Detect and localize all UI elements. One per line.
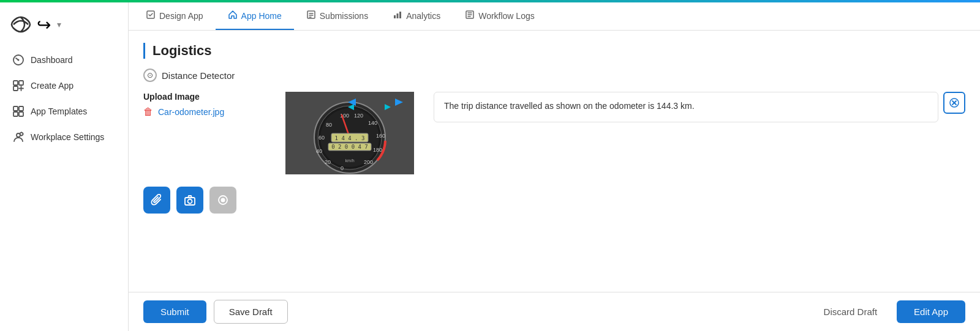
edit-app-button[interactable]: Edit App (897, 300, 965, 323)
save-draft-button[interactable]: Save Draft (214, 300, 288, 324)
tab-bar: Design App App Home (129, 2, 980, 31)
tab-app-home[interactable]: App Home (216, 2, 294, 30)
tab-workflow-logs[interactable]: Workflow Logs (453, 2, 547, 30)
svg-text:40: 40 (316, 148, 322, 154)
svg-text:60: 60 (318, 135, 325, 141)
svg-text:160: 160 (376, 133, 385, 139)
sidebar-item-label: Create App (31, 81, 74, 91)
sidebar-item-app-templates[interactable]: App Templates (5, 99, 123, 124)
svg-point-62 (221, 198, 225, 203)
workflow-logs-icon (465, 10, 475, 21)
design-app-icon (146, 10, 156, 21)
sidebar: ↪ ▾ Dashboard (0, 2, 129, 331)
svg-text:80: 80 (326, 122, 332, 128)
svg-rect-23 (397, 13, 399, 18)
result-area: The trip distance travelled as shown on … (434, 92, 965, 122)
tab-design-app[interactable]: Design App (134, 2, 216, 30)
logo-chevron[interactable]: ▾ (57, 20, 61, 29)
svg-text:0: 0 (341, 165, 344, 171)
create-app-icon (12, 80, 24, 92)
svg-rect-7 (13, 106, 18, 111)
section-title: Distance Detector (162, 70, 235, 81)
odometer-image: 0 20 40 60 80 100 120 140 (285, 92, 414, 174)
discard-draft-button[interactable]: Discard Draft (812, 300, 890, 323)
sidebar-item-dashboard[interactable]: Dashboard (5, 48, 123, 72)
sidebar-nav: Dashboard Create App (0, 45, 128, 152)
analytics-icon (393, 10, 402, 21)
workplace-settings-icon (12, 131, 24, 143)
svg-text:0 2 0 0 4 7: 0 2 0 0 4 7 (331, 144, 368, 150)
upload-left: Upload Image 🗑 Car-odometer.jpg (143, 92, 266, 117)
logo-icon (10, 13, 32, 35)
svg-text:20: 20 (325, 159, 331, 165)
sidebar-item-label: App Templates (31, 106, 87, 116)
svg-rect-24 (399, 12, 401, 18)
svg-rect-22 (394, 15, 396, 18)
main-content: Design App App Home (129, 2, 980, 331)
dashboard-icon (12, 54, 24, 66)
action-buttons-row (143, 187, 965, 214)
page-content: Logistics ⊙ Distance Detector Upload Ima… (129, 31, 980, 292)
svg-rect-4 (13, 86, 18, 91)
svg-text:1 4 4 . 3: 1 4 4 . 3 (335, 135, 365, 141)
delete-file-icon[interactable]: 🗑 (143, 106, 153, 117)
svg-rect-8 (19, 106, 23, 111)
tab-submissions[interactable]: Submissions (294, 2, 380, 30)
section-collapse-icon[interactable]: ⊙ (143, 69, 157, 82)
svg-rect-2 (13, 81, 18, 85)
logo-area: ↪ ▾ (0, 7, 128, 45)
sidebar-item-label: Workplace Settings (31, 132, 104, 142)
submissions-icon (306, 10, 316, 21)
tab-analytics[interactable]: Analytics (380, 2, 453, 30)
svg-point-1 (18, 59, 20, 61)
svg-rect-3 (19, 81, 23, 85)
clear-result-button[interactable] (943, 92, 965, 114)
record-button[interactable] (209, 187, 236, 214)
svg-point-60 (188, 199, 192, 204)
svg-text:120: 120 (354, 113, 363, 119)
bottom-bar: Submit Save Draft Discard Draft Edit App (129, 292, 980, 331)
file-link[interactable]: Car-odometer.jpg (158, 107, 224, 117)
svg-text:180: 180 (373, 147, 382, 153)
page-title: Logistics (143, 43, 965, 59)
svg-text:140: 140 (368, 120, 377, 126)
svg-text:km/h: km/h (345, 158, 354, 163)
svg-text:200: 200 (364, 159, 373, 165)
section-header: ⊙ Distance Detector (143, 69, 965, 82)
sidebar-item-create-app[interactable]: Create App (5, 73, 123, 98)
camera-button[interactable] (176, 187, 203, 214)
app-home-icon (228, 10, 238, 21)
sidebar-item-label: Dashboard (31, 55, 73, 65)
upload-section: Upload Image 🗑 Car-odometer.jpg (143, 92, 965, 174)
svg-rect-9 (13, 112, 18, 116)
redo-icon[interactable]: ↪ (37, 15, 51, 35)
app-templates-icon (12, 105, 24, 117)
attach-button[interactable] (143, 187, 170, 214)
svg-rect-10 (19, 112, 23, 116)
sidebar-item-workplace-settings[interactable]: Workplace Settings (5, 125, 123, 149)
result-text: The trip distance travelled as shown on … (434, 92, 938, 122)
upload-label: Upload Image (143, 92, 266, 102)
upload-file-row: 🗑 Car-odometer.jpg (143, 106, 266, 117)
submit-button[interactable]: Submit (143, 300, 206, 323)
